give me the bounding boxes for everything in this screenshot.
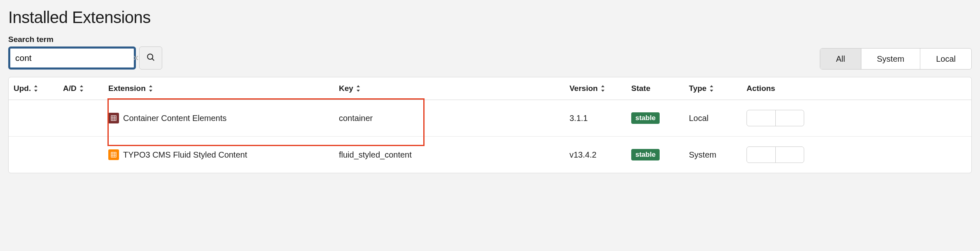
cell-state: stable	[626, 102, 684, 134]
column-key[interactable]: Key	[334, 77, 565, 100]
sort-icon	[709, 85, 714, 92]
extension-icon	[108, 149, 119, 160]
sort-icon	[148, 85, 153, 92]
column-upd[interactable]: Upd.	[9, 77, 58, 100]
sort-icon	[33, 85, 38, 92]
action-button-group	[747, 110, 804, 126]
column-extension[interactable]: Extension	[103, 77, 334, 100]
svg-line-1	[152, 58, 154, 60]
action-button-group	[747, 146, 804, 163]
column-state[interactable]: State	[626, 77, 684, 100]
clear-icon[interactable]: ×	[127, 53, 145, 63]
cell-upd	[9, 145, 58, 165]
toolbar: Search term × All System Local	[8, 35, 972, 70]
sort-icon	[600, 85, 605, 92]
action-button-1[interactable]	[747, 147, 776, 163]
cell-actions	[742, 137, 971, 173]
column-version[interactable]: Version	[565, 77, 626, 100]
column-version-label: Version	[569, 84, 598, 93]
extension-table: Upd. A/D Extension Key Version	[8, 77, 972, 173]
svg-rect-2	[111, 116, 116, 121]
svg-point-0	[147, 54, 153, 59]
column-key-label: Key	[339, 84, 353, 93]
filter-tab-all[interactable]: All	[820, 49, 861, 69]
column-actions-label: Actions	[747, 84, 775, 93]
filter-tab-system[interactable]: System	[861, 49, 921, 69]
search-field-wrapper: ×	[8, 46, 136, 70]
table-header: Upd. A/D Extension Key Version	[9, 77, 971, 100]
cell-ad	[58, 108, 103, 128]
column-type-label: Type	[689, 84, 707, 93]
page-title: Installed Extensions	[8, 8, 972, 27]
action-button-1[interactable]	[747, 110, 776, 126]
column-type[interactable]: Type	[684, 77, 742, 100]
column-ad-label: A/D	[63, 84, 77, 93]
state-badge: stable	[631, 149, 660, 160]
extension-name: Container Content Elements	[123, 114, 226, 123]
column-state-label: State	[631, 84, 650, 93]
cell-upd	[9, 108, 58, 128]
filter-tabs: All System Local	[820, 48, 972, 70]
sort-icon	[79, 85, 84, 92]
search-label: Search term	[8, 35, 162, 44]
search-block: Search term ×	[8, 35, 162, 70]
cell-type: System	[684, 140, 742, 170]
cell-key: fluid_styled_content	[334, 140, 565, 170]
cell-ad	[58, 145, 103, 165]
cell-state: stable	[626, 139, 684, 170]
sort-icon	[356, 85, 361, 92]
action-button-2[interactable]	[776, 147, 804, 163]
column-actions: Actions	[742, 77, 971, 100]
table-row: TYPO3 CMS Fluid Styled Content fluid_sty…	[9, 137, 971, 173]
column-extension-label: Extension	[108, 84, 146, 93]
extension-icon	[108, 113, 119, 123]
cell-type: Local	[684, 104, 742, 133]
column-upd-label: Upd.	[14, 84, 31, 93]
cell-key: container	[334, 104, 565, 133]
cell-extension: Container Content Elements	[103, 103, 334, 133]
cell-version: v13.4.2	[565, 140, 626, 170]
search-icon	[146, 53, 155, 64]
column-ad[interactable]: A/D	[58, 77, 103, 100]
cell-version: 3.1.1	[565, 104, 626, 133]
search-input[interactable]	[10, 51, 127, 65]
cell-actions	[742, 100, 971, 136]
state-badge: stable	[631, 112, 660, 124]
cell-extension: TYPO3 CMS Fluid Styled Content	[103, 139, 334, 170]
extension-name: TYPO3 CMS Fluid Styled Content	[123, 150, 247, 160]
action-button-2[interactable]	[776, 110, 804, 126]
svg-rect-7	[111, 152, 116, 157]
filter-tab-local[interactable]: Local	[920, 49, 971, 69]
table-row: Container Content Elements container 3.1…	[9, 100, 971, 137]
